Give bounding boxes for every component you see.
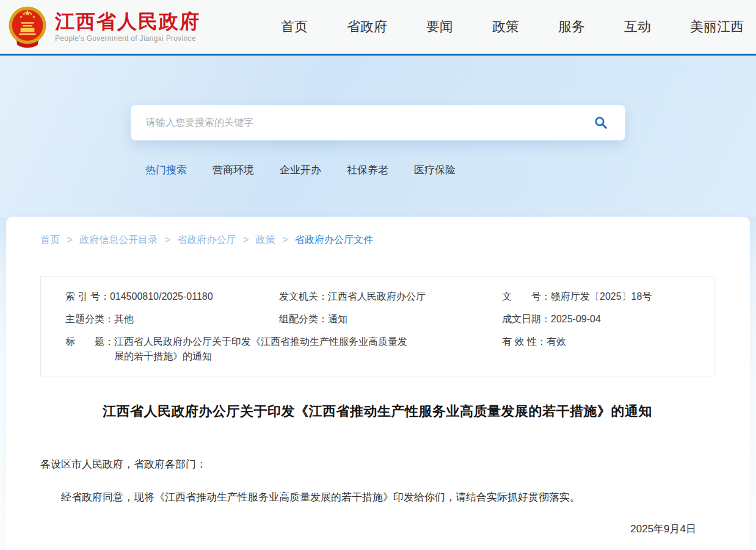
meta-index-value: 014500810/2025-01180	[110, 289, 213, 304]
hot-link-medical-insurance[interactable]: 医疗保险	[414, 163, 456, 177]
breadcrumb-info-directory[interactable]: 政府信息公开目录	[79, 234, 158, 245]
site-logo[interactable]: 江西省人民政府 People's Government of Jiangxi P…	[6, 5, 200, 49]
meta-group-label: 组配分类：	[279, 312, 328, 327]
nav-item-services[interactable]: 服务	[558, 18, 585, 36]
breadcrumb-separator: >	[282, 234, 288, 245]
meta-issuing-agency: 发文机关： 江西省人民政府办公厅	[279, 289, 502, 304]
search-area: 热门搜索 营商环境 企业开办 社保养老 医疗保险	[131, 56, 625, 177]
hot-link-social-security[interactable]: 社保养老	[347, 163, 388, 177]
breadcrumb-current: 省政府办公厅文件	[295, 234, 373, 245]
nav-item-beautiful-jiangxi[interactable]: 美丽江西	[690, 18, 744, 36]
meta-date-value: 2025-09-04	[551, 312, 601, 327]
china-national-emblem-icon	[6, 5, 49, 49]
meta-topic-category: 主题分类： 其他	[65, 312, 279, 327]
nav-item-policy[interactable]: 政策	[492, 18, 519, 36]
content-background: 首页 > 政府信息公开目录 > 省政府办公厅 > 政策 > 省政府办公厅文件 索…	[0, 217, 756, 550]
search-box	[131, 105, 625, 140]
search-button[interactable]	[587, 115, 625, 130]
breadcrumb-policy[interactable]: 政策	[256, 234, 275, 245]
meta-group-category: 组配分类： 通知	[279, 312, 502, 327]
hot-search-label[interactable]: 热门搜索	[145, 163, 187, 177]
search-banner: 热门搜索 营商环境 企业开办 社保养老 医疗保险	[0, 56, 756, 217]
meta-validity-value: 有效	[547, 335, 566, 349]
search-input[interactable]	[131, 117, 587, 128]
breadcrumb-separator: >	[243, 234, 249, 245]
meta-issuer-label: 发文机关：	[279, 289, 328, 304]
logo-text: 江西省人民政府 People's Government of Jiangxi P…	[55, 11, 200, 43]
meta-index-number: 索 引 号： 014500810/2025-01180	[65, 289, 279, 304]
site-header: 江西省人民政府 People's Government of Jiangxi P…	[0, 0, 756, 54]
meta-topic-value: 其他	[114, 312, 134, 327]
meta-document-title: 标 题： 江西省人民政府办公厅关于印发《江西省推动生产性服务业高质量发展的若干措…	[65, 335, 502, 364]
meta-title-value: 江西省人民政府办公厅关于印发《江西省推动生产性服务业高质量发展的若干措施》的通知	[114, 335, 407, 364]
meta-doc-no-label: 文 号：	[502, 289, 551, 304]
nav-item-provincial-government[interactable]: 省政府	[347, 18, 387, 36]
nav-item-home[interactable]: 首页	[281, 18, 308, 36]
meta-date-label: 成文日期：	[502, 312, 551, 327]
meta-validity: 有 效 性： 有效	[502, 335, 702, 364]
site-title: 江西省人民政府	[55, 11, 200, 32]
hot-link-business-environment[interactable]: 营商环境	[213, 163, 254, 177]
hot-link-company-registration[interactable]: 企业开办	[280, 163, 321, 177]
meta-issue-date: 成文日期： 2025-09-04	[502, 312, 702, 327]
meta-doc-no-value: 赣府厅发〔2025〕18号	[551, 289, 652, 304]
search-icon	[594, 115, 608, 130]
meta-topic-label: 主题分类：	[65, 312, 114, 327]
meta-document-number: 文 号： 赣府厅发〔2025〕18号	[502, 289, 702, 304]
site-subtitle: People's Government of Jiangxi Province	[55, 34, 200, 43]
document-paragraph: 经省政府同意，现将《江西省推动生产性服务业高质量发展的若干措施》印发给你们，请结…	[40, 489, 714, 505]
meta-group-value: 通知	[328, 312, 347, 327]
document-title: 江西省人民政府办公厅关于印发《江西省推动生产性服务业高质量发展的若干措施》的通知	[40, 402, 714, 421]
meta-title-label: 标 题：	[65, 335, 114, 349]
hot-search-row: 热门搜索 营商环境 企业开办 社保养老 医疗保险	[131, 163, 625, 177]
breadcrumb-separator: >	[165, 234, 170, 245]
breadcrumb-separator: >	[67, 234, 72, 245]
breadcrumb-general-office[interactable]: 省政府办公厅	[178, 234, 236, 245]
document-salutation: 各设区市人民政府，省政府各部门：	[40, 457, 714, 471]
document-meta-box: 索 引 号： 014500810/2025-01180 发文机关： 江西省人民政…	[40, 276, 714, 377]
breadcrumb: 首页 > 政府信息公开目录 > 省政府办公厅 > 政策 > 省政府办公厅文件	[40, 234, 714, 247]
meta-index-label: 索 引 号：	[65, 289, 110, 304]
main-nav: 首页 省政府 要闻 政策 服务 互动 美丽江西	[281, 18, 744, 36]
nav-item-interaction[interactable]: 互动	[624, 18, 651, 36]
meta-validity-label: 有 效 性：	[502, 335, 547, 349]
breadcrumb-home[interactable]: 首页	[40, 234, 60, 245]
document-date: 2025年9月4日	[40, 522, 696, 536]
content-card: 首页 > 政府信息公开目录 > 省政府办公厅 > 政策 > 省政府办公厅文件 索…	[6, 217, 750, 550]
nav-item-news[interactable]: 要闻	[426, 18, 453, 36]
meta-issuer-value: 江西省人民政府办公厅	[328, 289, 426, 304]
